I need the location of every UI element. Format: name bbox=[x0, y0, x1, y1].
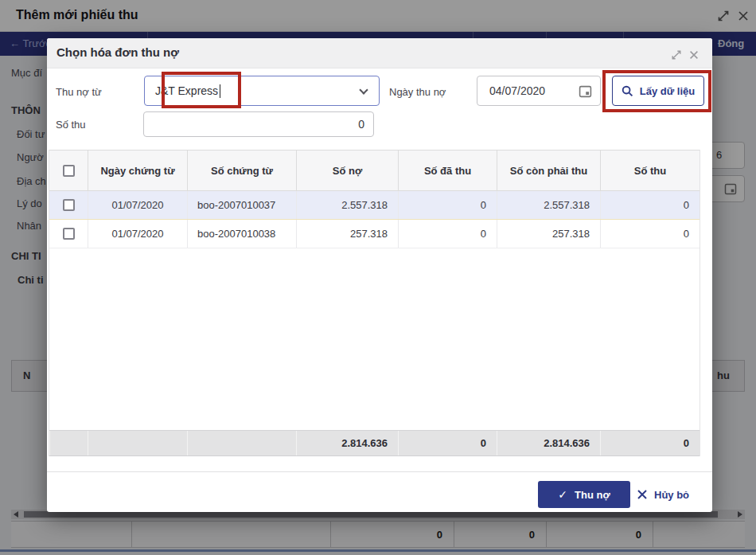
cell-remaining: 257.318 bbox=[497, 220, 600, 248]
table-header-row: Ngày chứng từ Số chứng từ Số nợ Số đã th… bbox=[49, 150, 699, 191]
submit-thu-no-button[interactable]: ✓ Thu nợ bbox=[538, 481, 630, 508]
debt-date-label: Ngày thu nợ bbox=[389, 86, 446, 98]
cell-collect: 0 bbox=[600, 191, 699, 219]
total-debt: 2.814.636 bbox=[296, 431, 398, 455]
chevron-down-icon bbox=[359, 85, 368, 94]
col-header-so-no[interactable]: Số nợ bbox=[296, 150, 398, 190]
annotation-box-fetch-button bbox=[602, 70, 711, 112]
row-checkbox[interactable] bbox=[63, 199, 75, 211]
col-header-so-da-thu[interactable]: Số đã thu bbox=[398, 150, 497, 190]
modal-close-icon[interactable] bbox=[688, 49, 699, 61]
total-collect: 0 bbox=[600, 431, 699, 455]
close-x-icon bbox=[637, 490, 647, 499]
modal-expand-icon[interactable] bbox=[671, 49, 682, 61]
cell-paid: 0 bbox=[398, 191, 497, 219]
total-remaining: 2.814.636 bbox=[497, 431, 600, 455]
cell-remaining: 2.557.318 bbox=[497, 191, 600, 219]
col-header-so-thu[interactable]: Số thu bbox=[600, 150, 699, 190]
debt-from-label: Thu nợ từ bbox=[56, 86, 102, 98]
select-all-checkbox[interactable] bbox=[63, 165, 75, 177]
cancel-button[interactable]: Hủy bỏ bbox=[637, 481, 689, 508]
modal-header: Chọn hóa đơn thu nợ bbox=[47, 38, 712, 68]
date-value: 04/07/2020 bbox=[489, 84, 545, 97]
cell-date: 01/07/2020 bbox=[88, 220, 187, 248]
footer-divider bbox=[47, 471, 712, 472]
col-header-ngay-chung-tu[interactable]: Ngày chứng từ bbox=[88, 150, 187, 190]
row-checkbox[interactable] bbox=[63, 228, 75, 240]
table-row[interactable]: 01/07/2020 boo-2007010037 2.557.318 0 2.… bbox=[49, 191, 699, 220]
table-row[interactable]: 01/07/2020 boo-2007010038 257.318 0 257.… bbox=[49, 220, 699, 248]
modal-title: Chọn hóa đơn thu nợ bbox=[57, 45, 179, 59]
cell-paid: 0 bbox=[398, 220, 497, 248]
cell-collect: 0 bbox=[600, 220, 699, 248]
invoice-table: Ngày chứng từ Số chứng từ Số nợ Số đã th… bbox=[49, 150, 700, 456]
table-totals-row: 2.814.636 0 2.814.636 0 bbox=[49, 430, 699, 456]
cell-debt: 257.318 bbox=[296, 220, 398, 248]
cell-date: 01/07/2020 bbox=[88, 191, 187, 219]
col-header-so-chung-tu[interactable]: Số chứng từ bbox=[187, 150, 296, 190]
debt-date-input[interactable]: 04/07/2020 bbox=[477, 76, 601, 106]
cell-doc-number: boo-2007010038 bbox=[187, 220, 296, 248]
total-paid: 0 bbox=[398, 431, 497, 455]
check-icon: ✓ bbox=[558, 488, 567, 501]
annotation-box-combobox bbox=[162, 72, 241, 108]
table-empty-area bbox=[49, 248, 699, 430]
cell-doc-number: boo-2007010037 bbox=[187, 191, 296, 219]
amount-label: Số thu bbox=[56, 119, 86, 131]
col-header-so-con-phai-thu[interactable]: Số còn phải thu bbox=[497, 150, 600, 190]
cell-debt: 2.557.318 bbox=[296, 191, 398, 219]
calendar-icon[interactable] bbox=[579, 84, 592, 98]
amount-input[interactable]: 0 bbox=[143, 111, 374, 137]
